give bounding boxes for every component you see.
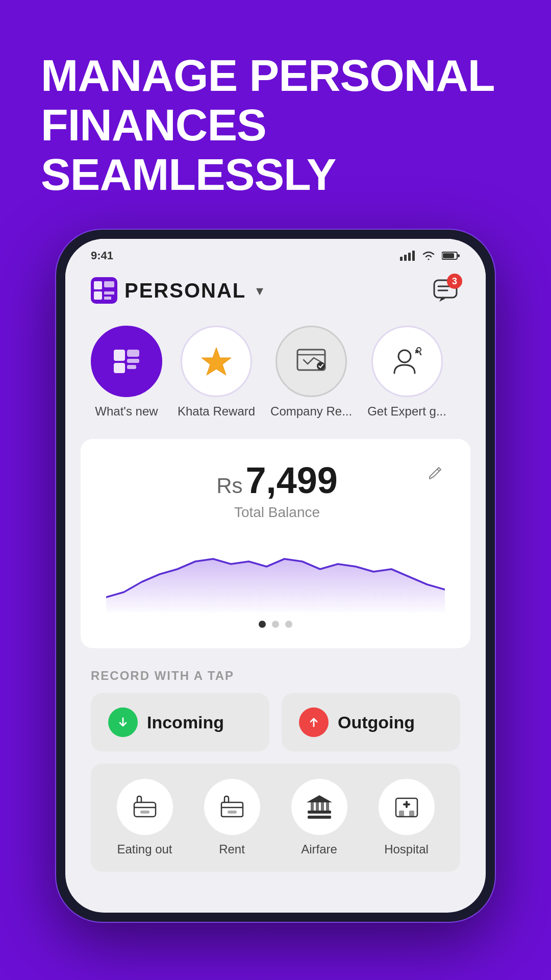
svg-rect-32	[221, 802, 243, 817]
action-whats-new[interactable]: What's new	[91, 326, 162, 419]
svg-rect-20	[127, 365, 136, 369]
khata-reward-icon	[198, 344, 234, 379]
eating-out-icon	[130, 792, 160, 822]
hospital-circle	[379, 779, 435, 835]
svg-rect-19	[127, 359, 139, 363]
company-re-icon	[293, 344, 329, 379]
svg-rect-35	[308, 811, 331, 814]
get-expert-icon	[389, 344, 425, 379]
hospital-icon	[392, 792, 421, 822]
hero-headline: MANAGE PERSONAL FINANCES SEAMLESSLY	[0, 0, 551, 230]
svg-rect-29	[134, 802, 156, 817]
hero-line1: MANAGE PERSONAL	[41, 51, 510, 101]
svg-point-23	[317, 362, 325, 370]
incoming-label: Incoming	[147, 713, 224, 732]
balance-chart	[106, 531, 445, 612]
action-get-expert-label: Get Expert g...	[367, 404, 446, 419]
svg-rect-17	[114, 363, 125, 373]
balance-amount: 7,499	[246, 460, 338, 501]
action-company-re-label: Company Re...	[270, 404, 352, 419]
chart-svg	[106, 531, 445, 612]
incoming-button[interactable]: Incoming	[91, 693, 269, 751]
svg-marker-21	[202, 348, 231, 375]
svg-rect-12	[104, 297, 111, 300]
incoming-icon-circle	[108, 707, 138, 737]
balance-label: Total Balance	[127, 504, 428, 521]
action-khata-reward-label: Khata Reward	[178, 404, 255, 419]
svg-rect-45	[399, 811, 404, 817]
svg-point-25	[417, 348, 421, 352]
category-hospital[interactable]: Hospital	[376, 779, 437, 856]
svg-rect-44	[406, 801, 408, 808]
wifi-icon	[421, 250, 436, 261]
svg-rect-18	[127, 350, 139, 357]
rent-icon	[217, 792, 247, 822]
record-section-label: RECORD WITH A TAP	[91, 669, 460, 683]
battery-icon	[442, 251, 460, 260]
svg-point-24	[398, 350, 411, 362]
notification-button[interactable]: 3	[431, 276, 460, 305]
svg-line-26	[437, 469, 439, 471]
action-get-expert[interactable]: Get Expert g...	[367, 326, 446, 419]
action-khata-reward[interactable]: Khata Reward	[178, 326, 255, 419]
svg-rect-1	[404, 255, 407, 261]
svg-rect-46	[409, 811, 414, 817]
svg-rect-3	[412, 251, 415, 261]
svg-rect-36	[308, 816, 331, 819]
action-company-re[interactable]: Company Re...	[270, 326, 352, 419]
status-bar: 9:41	[65, 239, 486, 267]
svg-rect-38	[316, 802, 319, 811]
header-left[interactable]: PERSONAL ▾	[91, 277, 263, 304]
category-eating-out[interactable]: Eating out	[114, 779, 176, 856]
balance-currency: Rs	[216, 474, 242, 498]
dot-1	[259, 621, 266, 628]
hero-line2: FINANCES SEAMLESSLY	[41, 101, 510, 200]
edit-icon	[428, 463, 445, 481]
outgoing-arrow-icon	[306, 714, 322, 730]
dot-3	[285, 621, 292, 628]
svg-rect-5	[443, 253, 454, 258]
eating-out-circle	[117, 779, 173, 835]
outgoing-button[interactable]: Outgoing	[282, 693, 460, 751]
svg-rect-16	[114, 350, 125, 361]
phone-mockup: 9:41	[56, 230, 495, 934]
category-rent[interactable]: Rent	[202, 779, 263, 856]
dot-2	[272, 621, 279, 628]
eating-out-label: Eating out	[117, 842, 172, 856]
svg-rect-2	[408, 253, 411, 261]
svg-rect-39	[321, 802, 324, 811]
whats-new-icon	[109, 344, 144, 379]
svg-rect-11	[104, 291, 114, 295]
category-grid-container: Eating out	[91, 764, 460, 872]
balance-display: Rs7,499	[127, 459, 428, 501]
notification-badge: 3	[447, 274, 462, 289]
svg-marker-41	[307, 795, 332, 802]
action-whats-new-label: What's new	[95, 404, 158, 419]
outgoing-icon-circle	[299, 707, 329, 737]
airfare-icon	[305, 792, 334, 822]
record-section: RECORD WITH A TAP Incoming	[65, 653, 486, 882]
balance-card: Rs7,499 Total Balance	[81, 439, 470, 648]
pagination-dots	[106, 621, 445, 628]
svg-rect-6	[458, 254, 460, 257]
svg-rect-8	[94, 281, 102, 289]
dropdown-arrow-icon[interactable]: ▾	[256, 282, 263, 299]
outgoing-label: Outgoing	[338, 713, 415, 732]
svg-rect-0	[400, 257, 403, 261]
transaction-buttons: Incoming Outgoing	[91, 693, 460, 751]
hospital-label: Hospital	[384, 842, 429, 856]
category-grid: Eating out	[101, 779, 450, 856]
quick-actions-row: What's new Khata Reward	[65, 315, 486, 434]
app-logo-icon	[91, 277, 117, 304]
edit-balance-button[interactable]	[428, 463, 445, 485]
category-airfare[interactable]: Airfare	[289, 779, 350, 856]
svg-rect-10	[104, 281, 114, 287]
rent-label: Rent	[219, 842, 245, 856]
signal-icon	[400, 251, 415, 261]
svg-rect-34	[228, 811, 237, 814]
airfare-circle	[291, 779, 347, 835]
svg-rect-9	[94, 291, 102, 300]
rent-circle	[204, 779, 260, 835]
app-header: PERSONAL ▾ 3	[65, 267, 486, 315]
svg-rect-31	[140, 811, 149, 814]
